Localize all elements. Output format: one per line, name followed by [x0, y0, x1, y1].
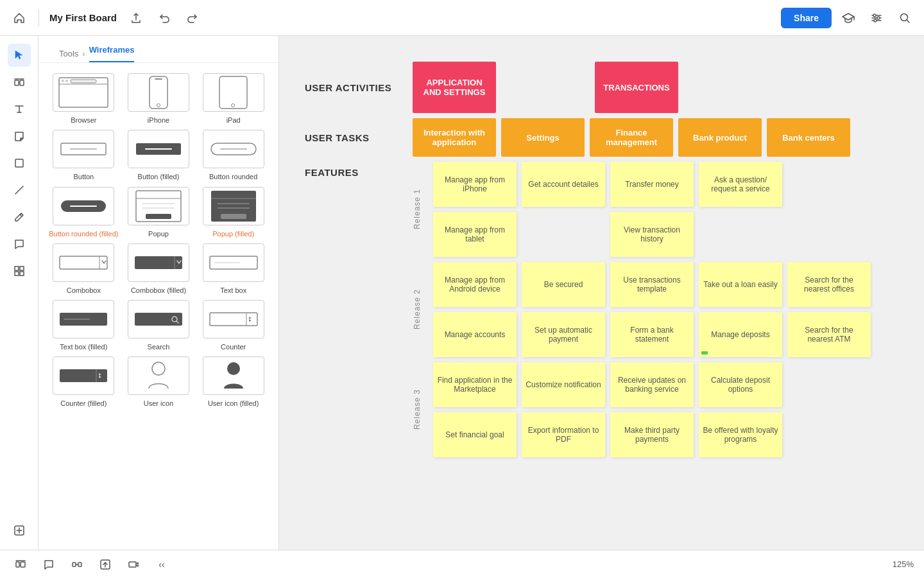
release-2-section: Release 2 Manage app from Android device… — [413, 262, 871, 357]
wire-combobox[interactable]: Combobox — [49, 243, 119, 295]
collapse-tool[interactable]: ‹‹ — [151, 554, 172, 575]
wire-browser[interactable]: Browser — [49, 73, 119, 125]
frames-tool[interactable] — [8, 71, 31, 94]
line-tool[interactable] — [8, 179, 31, 202]
canvas[interactable]: USER ACTIVITIES APPLICATION AND SETTINGS… — [279, 36, 924, 550]
svg-rect-74 — [129, 562, 136, 567]
breadcrumb-arrow: › — [82, 49, 85, 58]
breadcrumb-tools[interactable]: Tools — [59, 49, 78, 58]
r1r1c5 — [787, 162, 871, 207]
r2r2c3: Form a bank statement — [610, 312, 694, 357]
wire-textbox-filled[interactable]: Text box (filled) — [49, 300, 119, 351]
wire-button-filled[interactable]: Button (filled) — [124, 130, 194, 181]
r1r2c2 — [522, 212, 605, 257]
wire-button-rounded-filled[interactable]: Button rounded (filled) — [49, 187, 119, 238]
wire-textbox-preview — [203, 243, 264, 282]
r3r2c2: Export information to PDF — [522, 412, 605, 457]
bottom-connect-tool[interactable] — [67, 554, 87, 575]
bottombar: ‹‹ 125% — [0, 550, 924, 578]
undo-button[interactable] — [153, 6, 176, 30]
redo-button[interactable] — [181, 6, 204, 30]
svg-point-65 — [227, 362, 240, 375]
export-button[interactable] — [124, 6, 148, 30]
topbar-right: Share — [781, 6, 916, 30]
sticky-note-tool[interactable] — [8, 125, 31, 148]
wire-ipad[interactable]: iPad — [198, 73, 268, 125]
wire-counter-filled-preview — [53, 356, 114, 395]
r3r1c3: Receive updates on banking service — [610, 362, 694, 407]
wire-popup[interactable]: Popup — [124, 187, 194, 238]
wire-textbox[interactable]: Text box — [198, 243, 268, 295]
release-2-row-1: Manage app from Android device Be secure… — [433, 262, 871, 307]
svg-rect-67 — [21, 562, 25, 567]
wire-user-icon-filled-label: User icon (filled) — [208, 399, 259, 408]
category-app-settings: APPLICATION AND SETTINGS — [413, 62, 496, 113]
r1r2c4 — [699, 212, 782, 257]
r3r2c4: Be offered with loyalty programs — [699, 412, 782, 457]
release-3-row-2: Set financial goal Export information to… — [433, 412, 871, 457]
breadcrumb-wireframes[interactable]: Wireframes — [89, 45, 135, 62]
release-1-section: Release 1 Manage app from iPhone Get acc… — [413, 162, 871, 257]
svg-rect-62 — [60, 369, 107, 382]
features-label: FEATURES — [305, 167, 359, 178]
svg-line-13 — [20, 215, 22, 216]
search-button[interactable] — [893, 6, 916, 30]
wire-user-icon[interactable]: User icon — [124, 356, 194, 408]
wire-combobox-filled-preview — [128, 243, 189, 282]
release-3-section: Release 3 Find application in the Market… — [413, 362, 871, 457]
wire-iphone[interactable]: iPhone — [124, 73, 194, 125]
wire-search[interactable]: Search — [124, 300, 194, 351]
divider — [38, 9, 39, 27]
svg-point-25 — [65, 80, 68, 82]
wire-user-icon-filled-preview — [203, 356, 264, 395]
wire-user-icon-preview — [128, 356, 189, 395]
settings-icon[interactable] — [865, 6, 888, 30]
user-tasks-label: USER TASKS — [305, 132, 407, 143]
wire-combobox-label: Combobox — [67, 286, 101, 295]
wire-button-rounded[interactable]: Button rounded — [198, 130, 268, 181]
release-1-row-1: Manage app from iPhone Get account detai… — [433, 162, 871, 207]
wire-textbox-filled-preview — [53, 300, 114, 338]
bottom-video-tool[interactable] — [123, 554, 144, 575]
release-2-label-col: Release 2 — [413, 262, 428, 357]
r2r1c1: Manage app from Android device — [433, 262, 517, 307]
select-tool[interactable] — [8, 44, 31, 67]
r1r2c5 — [787, 212, 871, 257]
wire-button[interactable]: Button — [49, 130, 119, 181]
bottom-export-tool[interactable] — [95, 554, 116, 575]
r1r2c3: View transaction history — [610, 212, 694, 257]
frame-select-tool[interactable] — [8, 259, 31, 283]
home-button[interactable] — [8, 6, 31, 30]
panel-tabs: Tools › Wireframes — [38, 36, 278, 63]
bottom-comment-tool[interactable] — [38, 554, 59, 575]
r3r2c5 — [787, 412, 871, 457]
r1r1c4: Ask a question/ request a service — [699, 162, 782, 207]
wire-counter-filled[interactable]: Counter (filled) — [49, 356, 119, 408]
wire-search-label: Search — [148, 342, 170, 351]
share-button[interactable]: Share — [781, 8, 832, 28]
r1r1c2: Get account detailes — [522, 162, 605, 207]
r2r2c4: Manage deposits — [699, 312, 782, 357]
pen-tool[interactable] — [8, 206, 31, 229]
bottom-frame-tool[interactable] — [10, 554, 31, 575]
wire-popup-filled[interactable]: Popup (filled) — [198, 187, 268, 238]
r1r1c3: Transfer money — [610, 162, 694, 207]
features-section: FEATURES Release 1 Manage app from iPhon… — [305, 162, 898, 457]
wire-button-filled-preview — [128, 130, 189, 168]
shape-tool[interactable] — [8, 152, 31, 175]
svg-rect-7 — [15, 80, 19, 85]
release-3-label-col: Release 3 — [413, 362, 428, 457]
comment-tool[interactable] — [8, 232, 31, 256]
graduation-icon[interactable] — [837, 6, 860, 30]
svg-rect-43 — [146, 214, 171, 219]
text-tool[interactable] — [8, 98, 31, 121]
wire-textbox-label: Text box — [220, 286, 246, 295]
wire-ipad-label: iPad — [227, 116, 241, 125]
svg-point-24 — [62, 80, 64, 82]
wire-combobox-filled[interactable]: Combobox (filled) — [124, 243, 194, 295]
add-tool[interactable] — [8, 519, 31, 542]
svg-rect-16 — [15, 272, 19, 276]
wire-user-icon-filled[interactable]: User icon (filled) — [198, 356, 268, 408]
wire-counter[interactable]: Counter — [198, 300, 268, 351]
release-1-label: Release 1 — [413, 189, 422, 229]
